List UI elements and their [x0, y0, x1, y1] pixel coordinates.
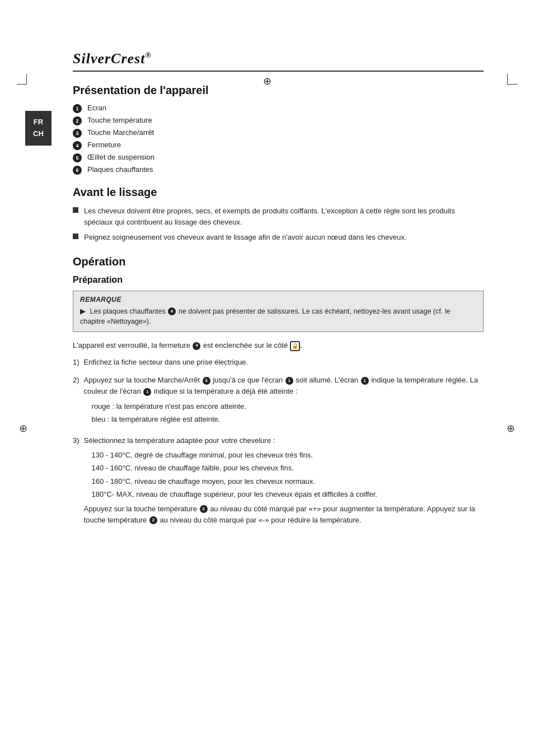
preparation-subtitle: Préparation [73, 275, 484, 285]
remarque-box: REMARQUE ▶ Les plaques chauffantes 6 ne … [73, 291, 484, 333]
list-item: 4 Fermeture [73, 141, 484, 150]
step-3: 3) Sélectionnez la température adaptée p… [73, 435, 484, 526]
bullet-icon [73, 234, 78, 239]
avant-lissage-section: Avant le lissage Les cheveux doivent êtr… [73, 186, 484, 243]
sub-item: 180°C- MAX, niveau de chauffage supérieu… [92, 489, 484, 500]
step-num-2: 2) [73, 375, 79, 386]
list-item: 3 Touche Marche/arrêt [73, 128, 484, 138]
step-content-2: Appuyez sur la touche Marche/Arrêt 3 jus… [84, 375, 484, 428]
item-text-5: Œillet de suspension [87, 153, 154, 161]
item-number-6: 6 [73, 166, 82, 175]
inline-badge-1c: 1 [143, 388, 151, 396]
arrow-icon: ▶ [80, 307, 86, 315]
inline-badge-2a: 2 [200, 505, 208, 513]
sub-item: 130 - 140°C, degré de chauffage minimal,… [92, 450, 484, 461]
registration-mark-right: ⊕ [507, 422, 515, 435]
sub-item: 140 - 160°C, niveau de chauffage faible,… [92, 463, 484, 474]
operation-section: Opération Préparation REMARQUE ▶ Les pla… [73, 255, 484, 526]
presentation-title: Présentation de l'appareil [73, 84, 484, 97]
remarque-text: ▶ Les plaques chauffantes 6 ne doivent p… [80, 306, 476, 328]
inline-badge-2b: 2 [149, 516, 157, 524]
bullet-icon [73, 207, 78, 213]
brand-name: SilverCrest® [73, 50, 484, 67]
step2-subitems: rouge : la température n'est pas encore … [92, 401, 484, 425]
bullet-text-2: Peignez soigneusement vos cheveux avant … [84, 232, 406, 243]
operation-title: Opération [73, 255, 484, 268]
item-text-1: Ecran [87, 104, 106, 112]
bullet-text-1: Les cheveux doivent être propres, secs, … [84, 206, 484, 227]
step-content-1: Enfichez la fiche secteur dans une prise… [84, 357, 484, 368]
sub-item: 160 - 180°C, niveau de chauffage moyen, … [92, 476, 484, 487]
item-number-5: 5 [73, 153, 82, 162]
item-number-1: 1 [73, 104, 82, 113]
language-badge: FRCH [25, 111, 51, 146]
item-text-2: Touche température [87, 116, 152, 124]
list-item: 1 Ecran [73, 104, 484, 113]
bullet-item: Les cheveux doivent être propres, secs, … [73, 206, 484, 227]
inline-badge-3: 3 [203, 377, 210, 385]
presentation-section: Présentation de l'appareil 1 Ecran 2 Tou… [73, 84, 484, 175]
item-number-2: 2 [73, 116, 82, 125]
step-num-3: 3) [73, 435, 79, 446]
crop-mark [17, 84, 27, 85]
crop-mark [507, 84, 517, 85]
sub-item: rouge : la température n'est pas encore … [92, 401, 484, 412]
item-number-3: 3 [73, 129, 82, 138]
brand-divider [73, 71, 484, 72]
item-text-6: Plaques chauffantes [87, 165, 153, 174]
item-number-4: 4 [73, 141, 82, 150]
sub-item: bleu : la température réglée est atteint… [92, 414, 484, 425]
avant-lissage-title: Avant le lissage [73, 186, 484, 199]
step-num-1: 1) [73, 357, 79, 368]
main-content: SilverCrest® FRCH Présentation de l'appa… [73, 50, 484, 526]
step3-closing-text: Appuyez sur la touche température 2 au n… [84, 503, 484, 526]
avant-lissage-list: Les cheveux doivent être propres, secs, … [73, 206, 484, 243]
step-content-3: Sélectionnez la température adaptée pour… [84, 435, 484, 526]
page: ⊕ ⊕ ⊕ ⊕ SilverCrest® FRCH Présentation d… [0, 50, 534, 756]
presentation-list: 1 Ecran 2 Touche température 3 Touche Ma… [73, 104, 484, 175]
list-item: 6 Plaques chauffantes [73, 165, 484, 175]
list-item: 5 Œillet de suspension [73, 153, 484, 162]
item-text-4: Fermeture [87, 141, 121, 149]
inline-badge-1a: 1 [285, 377, 293, 385]
list-item: 2 Touche température [73, 116, 484, 125]
crop-mark [26, 74, 27, 84]
step3-subitems: 130 - 140°C, degré de chauffage minimal,… [92, 450, 484, 500]
step-1: 1) Enfichez la fiche secteur dans une pr… [73, 357, 484, 368]
remarque-title: REMARQUE [80, 296, 476, 304]
intro-text: L'appareil est verrouillé, la fermeture … [73, 340, 484, 351]
inline-badge-1b: 1 [361, 377, 369, 385]
inline-badge-6: 6 [168, 307, 176, 315]
item-text-3: Touche Marche/arrêt [87, 128, 154, 137]
preparation-subsection: Préparation REMARQUE ▶ Les plaques chauf… [73, 275, 484, 526]
lock-symbol: 🔒 [290, 341, 300, 351]
step-2: 2) Appuyez sur la touche Marche/Arrêt 3 … [73, 375, 484, 428]
steps-list: 1) Enfichez la fiche secteur dans une pr… [73, 357, 484, 526]
registration-mark-left: ⊕ [19, 422, 27, 435]
bullet-item: Peignez soigneusement vos cheveux avant … [73, 232, 484, 243]
crop-mark [507, 74, 508, 84]
inline-badge-4: 4 [193, 342, 200, 350]
